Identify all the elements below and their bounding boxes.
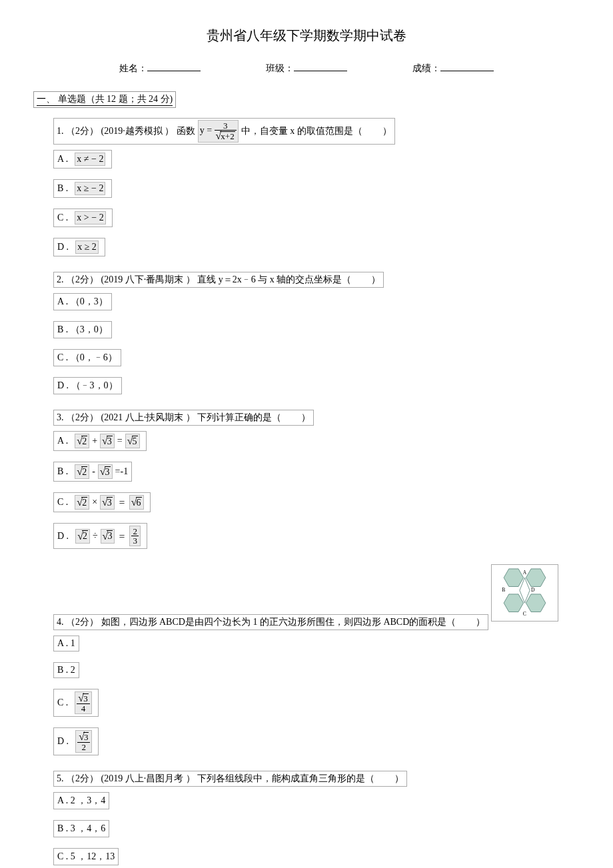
q1-option-d[interactable]: D .x ≥ 2 [53,238,105,256]
q3-c-s2: √3 [100,495,115,510]
name-label: 姓名： [119,63,147,75]
name-field: 姓名： [119,61,201,75]
q2-end: ） [371,274,380,286]
score-field: 成绩： [412,61,494,75]
q3-d-s2: √3 [101,529,115,544]
svg-marker-0 [504,569,523,587]
hexagon-figure: A B D C [491,564,558,622]
q5-option-b[interactable]: B . 3 ，4，6 [53,820,109,837]
q4-text: 4. （2分） 如图，四边形 ABCD是由四个边长为 1 的正六边形所围住，则四… [53,614,488,630]
q1-formula: y = 3√x+2 [198,120,239,143]
q3-a-eq: = [117,436,123,446]
q1-end: ） [382,125,392,137]
q3-end: ） [301,412,310,424]
q3-b-minus: - [92,466,95,477]
class-field: 班级： [266,61,347,75]
q4-option-a[interactable]: A . 1 [53,636,79,651]
q2-option-b[interactable]: B . （3，0） [53,321,112,338]
svg-marker-3 [526,594,545,612]
q5-body: 5. （2分） (2019 八上·昌图月考 ） 下列各组线段中，能构成直角三角形… [57,773,374,785]
q3-b-s1: √2 [75,464,89,479]
name-blank[interactable] [147,61,201,71]
score-blank[interactable] [440,61,494,71]
q3-b-s2: √3 [98,464,113,479]
q3-c-eq: ＝ [117,496,127,508]
q5-option-c[interactable]: C . 5 ，12，13 [53,848,119,865]
q5-option-a[interactable]: A . 2 ，3，4 [53,792,109,809]
q1-b-label: B . [57,183,68,194]
q3-d-s1: √2 [75,529,90,544]
q3-option-c[interactable]: C . √2 × √3 ＝ √6 [53,492,151,512]
q4-option-c[interactable]: C . √34 [53,689,99,717]
svg-marker-2 [504,594,523,612]
question-1: 1. （2分） (2019·越秀模拟 ） 函数 y = 3√x+2 中，自变量 … [53,118,580,262]
info-row: 姓名： 班级： 成绩： [33,61,580,75]
class-blank[interactable] [294,61,347,71]
q3-option-a[interactable]: A . √2 + √3 = √5 [53,431,147,451]
q2-text: 2. （2分） (2019 八下·番禺期末 ） 直线 y＝2x﹣6 与 x 轴的… [53,272,384,288]
q1-c-label: C . [57,213,68,223]
q2-option-d[interactable]: D . （﹣3，0） [53,377,122,394]
q3-option-d[interactable]: D . √2 ÷ √3 ＝ 23 [53,523,147,549]
q3-a-label: A . [57,436,68,446]
q3-option-b[interactable]: B . √2 - √3 =-1 [53,462,132,482]
question-4: 4. （2分） 如图，四边形 ABCD是由四个边长为 1 的正六边形所围住，则四… [53,564,580,761]
q1-prefix: 1. （2分） (2019·越秀模拟 ） 函数 [57,125,195,137]
q2-body: 2. （2分） (2019 八下·番禺期末 ） 直线 y＝2x﹣6 与 x 轴的… [57,274,351,286]
q3-a-s2: √3 [100,434,115,448]
q3-c-s1: √2 [75,495,89,510]
q1-text: 1. （2分） (2019·越秀模拟 ） 函数 y = 3√x+2 中，自变量 … [53,118,395,145]
q1-a-label: A . [57,154,68,165]
section-1-header: 一、 单选题（共 12 题；共 24 分) [33,91,176,108]
q3-a-s3: √5 [125,434,140,448]
q3-a-plus: + [92,436,97,446]
q4-c-frac: √34 [75,691,91,714]
fig-label-d: D [531,587,535,593]
q3-b-eq: =-1 [115,466,129,477]
fig-label-c: C [522,611,526,617]
q4-body: 4. （2分） 如图，四边形 ABCD是由四个边长为 1 的正六边形所围住，则四… [57,616,456,628]
q3-d-div: ÷ [93,531,98,542]
question-2: 2. （2分） (2019 八下·番禺期末 ） 直线 y＝2x﹣6 与 x 轴的… [53,272,580,400]
q2-option-c[interactable]: C . （0，﹣6） [53,349,121,366]
fig-label-a: A [522,570,526,576]
question-5: 5. （2分） (2019 八上·昌图月考 ） 下列各组线段中，能构成直角三角形… [53,771,580,868]
score-label: 成绩： [412,63,440,75]
q1-d-expr: x ≥ 2 [75,240,99,254]
q3-d-label: D . [57,531,69,542]
q3-d-eq: ＝ [117,530,127,542]
q1-b-expr: x ≥ − 2 [75,182,105,195]
q4-end: ） [476,616,485,628]
q1-a-expr: x ≠ − 2 [75,153,105,166]
question-3: 3. （2分） (2021 八上·扶风期末 ） 下列计算正确的是（ ） A . … [53,410,580,554]
svg-marker-1 [526,569,545,587]
q5-end: ） [394,773,404,785]
fig-label-b: B [502,587,505,593]
q4-d-label: D . [57,736,69,747]
q1-option-a[interactable]: A .x ≠ − 2 [53,150,112,169]
q5-text: 5. （2分） (2019 八上·昌图月考 ） 下列各组线段中，能构成直角三角形… [53,771,407,787]
q3-c-times: × [92,497,97,508]
class-label: 班级： [266,63,294,75]
q3-text: 3. （2分） (2021 八上·扶风期末 ） 下列计算正确的是（ ） [53,410,314,426]
q1-option-b[interactable]: B .x ≥ − 2 [53,179,112,198]
page-title: 贵州省八年级下学期数学期中试卷 [33,27,580,45]
q1-d-label: D . [57,242,69,252]
q4-option-b[interactable]: B . 2 [53,662,79,678]
q3-a-s1: √2 [75,434,89,448]
q3-c-s3: √6 [129,495,144,510]
q4-d-frac: √32 [75,730,92,753]
q4-c-label: C . [57,697,68,708]
q2-option-a[interactable]: A . （0，3） [53,293,112,310]
q1-option-c[interactable]: C .x > − 2 [53,209,113,227]
q3-b-label: B . [57,466,68,477]
q4-option-d[interactable]: D . √32 [53,727,99,755]
q1-c-expr: x > − 2 [75,211,105,224]
q3-c-label: C . [57,497,68,508]
q1-suffix: 中，自变量 x 的取值范围是（ [241,125,362,137]
section-1-title: 一、 单选题（共 12 题；共 24 分) [37,93,173,106]
q3-d-frac: 23 [129,526,141,546]
q3-body: 3. （2分） (2021 八上·扶风期末 ） 下列计算正确的是（ [57,412,281,424]
